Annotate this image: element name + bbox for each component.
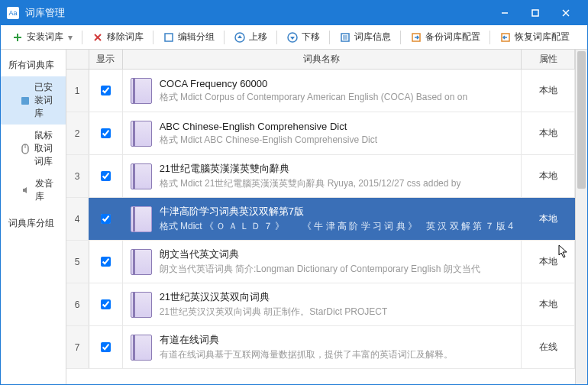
row-checkbox-cell bbox=[89, 112, 123, 154]
col-name[interactable]: 词典名称 bbox=[123, 50, 522, 69]
dict-icon bbox=[131, 78, 152, 104]
row-attr: 本地 bbox=[522, 198, 575, 240]
dict-title: COCA Frequency 60000 bbox=[160, 78, 468, 89]
toolbar: 安装词库▾ 移除词库 编辑分组 上移 下移 词库信息 备份词库配置 恢复词库配置 bbox=[1, 25, 587, 50]
col-attr[interactable]: 属性 bbox=[522, 50, 575, 69]
down-icon bbox=[286, 31, 299, 44]
close-button[interactable] bbox=[551, 1, 581, 25]
table-row[interactable]: 2ABC Chinese-English Comprehensive Dict格… bbox=[66, 112, 575, 155]
dropdown-arrow-icon: ▾ bbox=[68, 32, 73, 43]
table-row[interactable]: 5朗文当代英文词典朗文当代英语词典 简介:Longman Dictionary … bbox=[66, 241, 575, 283]
col-num bbox=[66, 50, 89, 69]
dict-title: ABC Chinese-English Comprehensive Dict bbox=[160, 121, 377, 132]
dict-icon bbox=[131, 121, 152, 147]
install-button[interactable]: 安装词库▾ bbox=[7, 28, 77, 46]
dict-title: 21世纪電腦英漢漢英雙向辭典 bbox=[160, 162, 461, 176]
svg-rect-1 bbox=[532, 10, 538, 16]
titlebar: Aa 词库管理 bbox=[1, 1, 587, 25]
dict-table: 显示 词典名称 属性 1COCA Frequency 60000格式 Mdict… bbox=[66, 50, 575, 384]
minimize-button[interactable] bbox=[489, 1, 520, 25]
edit-icon bbox=[163, 31, 175, 44]
show-checkbox[interactable] bbox=[101, 257, 111, 267]
row-attr: 在线 bbox=[522, 326, 575, 368]
row-attr: 本地 bbox=[522, 70, 575, 112]
show-checkbox[interactable] bbox=[101, 214, 111, 224]
table-row[interactable]: 4牛津高阶学习词典英汉双解第7版格式 Mdict 《 Ｏ Ａ Ｌ Ｄ ７ 》 《… bbox=[66, 198, 575, 241]
move-up-button[interactable]: 上移 bbox=[229, 28, 272, 46]
row-checkbox-cell bbox=[89, 198, 123, 240]
row-checkbox-cell bbox=[89, 70, 123, 112]
mouse-icon bbox=[21, 143, 30, 155]
col-show[interactable]: 显示 bbox=[89, 50, 123, 69]
dict-subtitle: 格式 Mdict 《 Ｏ Ａ Ｌ Ｄ ７ 》 《 牛 津 高 阶 学 习 词 典… bbox=[160, 220, 513, 233]
show-checkbox[interactable] bbox=[101, 299, 111, 309]
dict-subtitle: 格式 Mdict 21世纪電腦英漢漢英雙向辭典 Ryuya, 2015/12/2… bbox=[160, 177, 461, 190]
info-icon bbox=[339, 31, 351, 44]
row-number: 5 bbox=[66, 241, 89, 283]
sidebar-header-groups: 词典库分组 bbox=[1, 212, 66, 235]
row-attr: 本地 bbox=[522, 112, 575, 154]
show-checkbox[interactable] bbox=[101, 342, 111, 352]
row-name-cell: 有道在线词典有道在线词典基于互联网海量数据抓取，提供了丰富的英语词汇及解释。 bbox=[123, 326, 522, 368]
move-down-button[interactable]: 下移 bbox=[282, 28, 325, 46]
sidebar-header-all: 所有词典库 bbox=[1, 54, 66, 76]
row-name-cell: 21世纪電腦英漢漢英雙向辭典格式 Mdict 21世纪電腦英漢漢英雙向辭典 Ry… bbox=[123, 155, 522, 197]
window-title: 词库管理 bbox=[25, 6, 489, 20]
dict-subtitle: 朗文当代英语词典 简介:Longman Dictionary of Contem… bbox=[160, 263, 480, 276]
sidebar-item-voice[interactable]: 发音库 bbox=[1, 173, 66, 208]
dict-icon bbox=[131, 206, 152, 232]
dict-icon bbox=[131, 292, 152, 318]
restore-button[interactable]: 恢复词库配置 bbox=[495, 28, 574, 46]
show-checkbox[interactable] bbox=[101, 86, 111, 95]
table-row[interactable]: 1COCA Frequency 60000格式 Mdict Corpus of … bbox=[66, 70, 575, 112]
vertical-scrollbar[interactable] bbox=[575, 50, 587, 384]
row-number: 7 bbox=[66, 326, 89, 368]
row-number: 1 bbox=[66, 70, 89, 112]
row-checkbox-cell bbox=[89, 241, 123, 283]
up-icon bbox=[234, 31, 246, 44]
table-row[interactable]: 321世纪電腦英漢漢英雙向辭典格式 Mdict 21世纪電腦英漢漢英雙向辭典 R… bbox=[66, 155, 575, 198]
dict-title: 21世纪英汉汉英双向词典 bbox=[160, 290, 388, 304]
row-number: 2 bbox=[66, 112, 89, 154]
dict-subtitle: 有道在线词典基于互联网海量数据抓取，提供了丰富的英语词汇及解释。 bbox=[160, 348, 453, 361]
table-row[interactable]: 7有道在线词典有道在线词典基于互联网海量数据抓取，提供了丰富的英语词汇及解释。在… bbox=[66, 326, 575, 369]
dict-title: 有道在线词典 bbox=[160, 333, 453, 347]
info-button[interactable]: 词库信息 bbox=[334, 28, 396, 46]
sidebar-item-mouse[interactable]: 鼠标取词词库 bbox=[1, 125, 66, 173]
row-attr: 本地 bbox=[522, 155, 575, 197]
dict-icon bbox=[131, 163, 152, 189]
dict-subtitle: 格式 Mdict Corpus of Contemporary American… bbox=[160, 91, 468, 104]
import-icon bbox=[499, 31, 512, 44]
show-checkbox[interactable] bbox=[101, 128, 111, 138]
maximize-button[interactable] bbox=[520, 1, 551, 25]
edit-group-button[interactable]: 编辑分组 bbox=[158, 28, 219, 46]
table-row[interactable]: 621世纪英汉汉英双向词典21世纪英汉汉英双向词典 胡正制作。StarDict … bbox=[66, 283, 575, 326]
x-icon bbox=[92, 31, 104, 44]
row-number: 3 bbox=[66, 155, 89, 197]
svg-rect-8 bbox=[165, 34, 173, 41]
row-name-cell: ABC Chinese-English Comprehensive Dict格式… bbox=[123, 112, 522, 154]
row-name-cell: COCA Frequency 60000格式 Mdict Corpus of C… bbox=[123, 70, 522, 112]
remove-button[interactable]: 移除词库 bbox=[87, 28, 148, 46]
sidebar-item-installed[interactable]: 已安装词库 bbox=[1, 76, 66, 125]
dict-title: 朗文当代英文词典 bbox=[160, 247, 480, 261]
row-attr: 本地 bbox=[522, 241, 575, 283]
backup-button[interactable]: 备份词库配置 bbox=[405, 28, 485, 46]
dict-subtitle: 格式 Mdict ABC Chinese-English Comprehensi… bbox=[160, 134, 377, 147]
row-number: 4 bbox=[66, 198, 89, 240]
row-number: 6 bbox=[66, 283, 89, 325]
scroll-thumb[interactable] bbox=[577, 51, 586, 189]
show-checkbox[interactable] bbox=[101, 171, 111, 181]
sidebar: 所有词典库 已安装词库 鼠标取词词库 发音库 词典库分组 bbox=[1, 50, 66, 384]
svg-rect-17 bbox=[21, 97, 29, 105]
plus-icon bbox=[11, 31, 24, 44]
row-checkbox-cell bbox=[89, 326, 123, 368]
book-icon bbox=[21, 95, 30, 107]
row-name-cell: 牛津高阶学习词典英汉双解第7版格式 Mdict 《 Ｏ Ａ Ｌ Ｄ ７ 》 《 … bbox=[123, 198, 522, 240]
row-checkbox-cell bbox=[89, 283, 123, 325]
row-name-cell: 21世纪英汉汉英双向词典21世纪英汉汉英双向词典 胡正制作。StarDict P… bbox=[123, 283, 522, 325]
row-name-cell: 朗文当代英文词典朗文当代英语词典 简介:Longman Dictionary o… bbox=[123, 241, 522, 283]
app-icon: Aa bbox=[7, 7, 19, 19]
speaker-icon bbox=[21, 184, 31, 196]
dict-icon bbox=[131, 335, 152, 361]
